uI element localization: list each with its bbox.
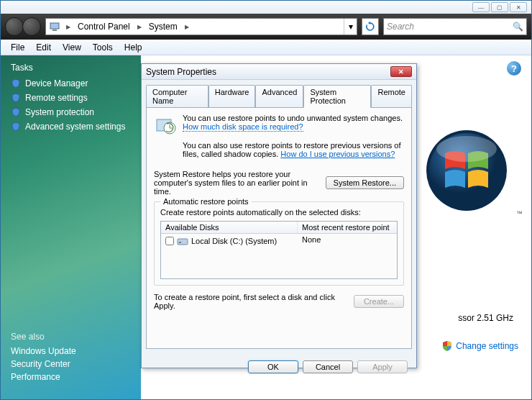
address-dropdown[interactable]: ▾ xyxy=(344,19,357,35)
nav-toolbar: ▶ Control Panel ▶ System ▶ ▾ Search 🔍 xyxy=(1,14,531,40)
close-button[interactable]: ✕ xyxy=(510,2,527,12)
titlebar: — ▢ ✕ xyxy=(1,1,531,14)
disk-space-link[interactable]: How much disk space is required? xyxy=(183,122,303,132)
breadcrumb-separator: ▶ xyxy=(63,24,73,30)
automatic-restore-group: Automatic restore points Create restore … xyxy=(154,201,404,286)
see-also-security-center[interactable]: Security Center xyxy=(11,359,76,369)
task-system-protection[interactable]: System protection xyxy=(11,107,131,117)
menu-bar: File Edit View Tools Help xyxy=(1,40,531,55)
restore-point-value: None xyxy=(302,235,393,244)
breadcrumb-separator: ▶ xyxy=(182,24,192,30)
apply-button: Apply xyxy=(357,360,408,373)
shield-icon xyxy=(441,340,453,352)
tab-system-protection[interactable]: System Protection xyxy=(303,85,371,108)
ok-button[interactable]: OK xyxy=(248,360,298,373)
intro-text-1: You can use restore points to undo unwan… xyxy=(183,114,404,137)
address-bar[interactable]: ▶ Control Panel ▶ System ▶ ▾ xyxy=(45,18,357,35)
dialog-button-row: OK Cancel Apply xyxy=(142,353,416,373)
see-also-performance[interactable]: Performance xyxy=(11,372,76,382)
search-input[interactable]: Search 🔍 xyxy=(383,18,527,35)
column-restore-point[interactable]: Most recent restore point xyxy=(298,222,397,233)
tasks-sidebar: Tasks Device Manager Remote settings Sys… xyxy=(1,55,141,399)
minimize-button[interactable]: — xyxy=(472,2,490,12)
search-icon: 🔍 xyxy=(513,22,523,32)
tab-computer-name[interactable]: Computer Name xyxy=(146,85,208,108)
menu-file[interactable]: File xyxy=(5,42,30,53)
forward-button[interactable] xyxy=(22,17,41,36)
disks-table: Available Disks Most recent restore poin… xyxy=(160,221,398,279)
see-also-section: See also Windows Update Security Center … xyxy=(11,329,76,385)
shield-icon xyxy=(11,122,21,132)
help-icon[interactable]: ? xyxy=(507,61,521,76)
dialog-title: System Properties xyxy=(146,67,216,77)
table-row[interactable]: Local Disk (C:) (System) None xyxy=(161,234,397,278)
intro-text: You can use restore points to undo unwan… xyxy=(183,114,403,122)
cancel-button[interactable]: Cancel xyxy=(303,360,353,373)
task-device-manager[interactable]: Device Manager xyxy=(11,78,131,88)
shield-icon xyxy=(11,78,21,88)
system-properties-dialog: System Properties ✕ Computer Name Hardwa… xyxy=(141,63,417,368)
column-available-disks[interactable]: Available Disks xyxy=(161,222,298,233)
maximize-button[interactable]: ▢ xyxy=(491,2,508,12)
create-description: To create a restore point, first select … xyxy=(154,293,354,310)
disk-icon xyxy=(177,235,188,247)
create-button: Create... xyxy=(354,295,404,308)
intro-text-2: You can also use restore points to resto… xyxy=(183,141,404,164)
menu-view[interactable]: View xyxy=(57,42,87,53)
disk-checkbox[interactable] xyxy=(165,237,174,245)
task-remote-settings[interactable]: Remote settings xyxy=(11,93,131,103)
breadcrumb-control-panel[interactable]: Control Panel xyxy=(73,22,134,32)
computer-icon xyxy=(49,21,60,32)
shield-icon xyxy=(11,107,21,117)
task-label: Remote settings xyxy=(25,93,88,103)
svg-rect-8 xyxy=(179,242,181,243)
see-also-header: See also xyxy=(11,332,76,342)
trademark-symbol: ™ xyxy=(516,210,523,217)
restore-description: System Restore helps you restore your co… xyxy=(154,170,326,196)
breadcrumb-separator: ▶ xyxy=(134,24,145,30)
tab-hardware[interactable]: Hardware xyxy=(208,85,256,108)
task-label: System protection xyxy=(25,107,94,117)
tab-advanced[interactable]: Advanced xyxy=(255,85,303,108)
svg-rect-0 xyxy=(50,23,59,29)
disk-name: Local Disk (C:) (System) xyxy=(191,237,277,245)
menu-tools[interactable]: Tools xyxy=(87,42,119,53)
windows-logo-icon xyxy=(423,127,510,214)
menu-help[interactable]: Help xyxy=(119,42,148,53)
dialog-titlebar[interactable]: System Properties ✕ xyxy=(142,64,416,80)
tasks-header: Tasks xyxy=(11,63,131,73)
dialog-tabs: Computer Name Hardware Advanced System P… xyxy=(142,80,416,107)
breadcrumb-system[interactable]: System xyxy=(145,22,182,32)
shield-icon xyxy=(11,93,21,103)
svg-point-4 xyxy=(436,136,497,162)
task-advanced-settings[interactable]: Advanced system settings xyxy=(11,122,131,132)
see-also-windows-update[interactable]: Windows Update xyxy=(11,346,76,356)
group-legend: Automatic restore points xyxy=(160,197,252,206)
tab-panel: You can use restore points to undo unwan… xyxy=(146,107,412,349)
change-settings-text: Change settings xyxy=(456,341,518,351)
tab-remote[interactable]: Remote xyxy=(371,85,412,108)
task-label: Advanced system settings xyxy=(25,122,125,132)
group-description: Create restore points automatically on t… xyxy=(160,208,398,217)
back-button[interactable] xyxy=(5,17,24,36)
task-label: Device Manager xyxy=(25,78,88,88)
previous-versions-link[interactable]: How do I use previous versions? xyxy=(280,150,395,158)
menu-edit[interactable]: Edit xyxy=(30,42,57,53)
refresh-button[interactable] xyxy=(362,18,379,35)
svg-rect-1 xyxy=(52,29,57,31)
system-restore-button[interactable]: System Restore... xyxy=(326,176,404,189)
processor-spec: ssor 2.51 GHz xyxy=(458,313,513,323)
change-settings-link[interactable]: Change settings xyxy=(441,340,518,352)
restore-icon xyxy=(154,114,177,137)
dialog-close-button[interactable]: ✕ xyxy=(390,66,412,77)
search-placeholder: Search xyxy=(387,22,414,32)
